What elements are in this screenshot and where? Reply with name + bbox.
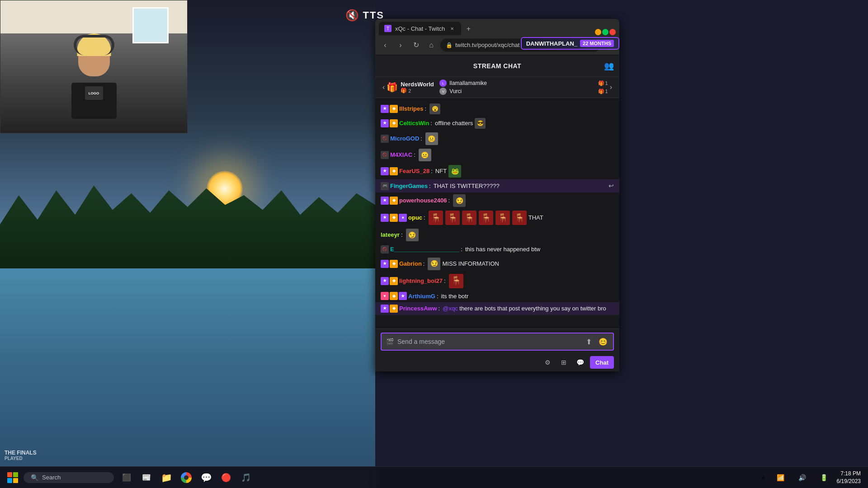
gift-main-count: 🎁 2 [401, 88, 437, 94]
gift-entry-2: V Vurci 🎁 1 [439, 88, 608, 95]
username-3[interactable]: MicroGOD [390, 134, 419, 143]
win-icon-yellow [13, 478, 18, 483]
icon-red[interactable]: 🔴 [217, 469, 235, 487]
username-1[interactable]: Illstripes [399, 104, 423, 113]
spotify-icon[interactable]: 🎵 [237, 469, 255, 487]
sub-badge: ★ [381, 277, 389, 285]
username-5[interactable]: FearUS_28 [399, 167, 429, 176]
taskview-button[interactable]: ⬛ [118, 469, 136, 487]
taskbar-clock[interactable]: 7:18 PM 6/19/2023 [837, 470, 861, 485]
tab-close-button[interactable]: ✕ [448, 25, 456, 32]
emote-8a: 🪑 [429, 211, 443, 225]
chat-messages-area[interactable]: ★ ◆ Illstripes : 😮 ★ ◆ CelticsWin : [375, 98, 619, 328]
emote-8c: 🪑 [462, 211, 476, 225]
maximize-button[interactable] [602, 29, 609, 35]
gift-banner: ‹ 🎁 NerdsWorld 🎁 2 L llamallamamike 🎁 1 [375, 77, 619, 98]
gift-count-2: 🎁 1 [598, 89, 608, 94]
start-button[interactable] [4, 469, 22, 487]
minimize-button[interactable] [595, 29, 601, 35]
chat-message: ★ ◆ Gabrion : 😏 MISS INFORMATION [375, 256, 619, 272]
username-2[interactable]: CelticsWin [399, 119, 429, 128]
chat-input-box[interactable]: 🎬 Send a message ⬆ 😊 [381, 333, 614, 351]
username-6[interactable]: FingerGames [390, 182, 428, 191]
gift-entry-1: L llamallamamike 🎁 1 [439, 80, 608, 87]
forward-button[interactable]: › [394, 39, 407, 52]
input-right-controls: ⬆ 😊 [583, 336, 609, 347]
chevron-up-icon[interactable]: ∧ [759, 473, 768, 482]
discord-icon[interactable]: 💬 [197, 469, 215, 487]
emote-8d: 🪑 [479, 211, 493, 225]
bits-badge: ◆ [390, 277, 398, 285]
reply-icon[interactable]: ↩ [609, 181, 614, 191]
sub-badge: ★ [381, 119, 389, 127]
taskbar-search[interactable]: 🔍 Search [24, 472, 114, 483]
taskbar: 🔍 Search ⬛ 📰 📁 💬 🔴 🎵 ∧ 📶 🔊 🔋 7:18 PM 6/1… [0, 466, 868, 488]
ban-badge: 🚫 [381, 135, 389, 143]
file-explorer-icon[interactable]: 📁 [157, 469, 175, 487]
chat-icon[interactable]: 💬 [574, 356, 586, 369]
emote-12: 🪑 [449, 274, 463, 288]
emoji-icon[interactable]: 😊 [598, 336, 609, 347]
game-overlay: THE FINALS PLAYED [5, 450, 37, 461]
msg-text-14: @xqc there are bots that post everything… [443, 304, 606, 313]
refresh-button[interactable]: ↻ [410, 39, 422, 52]
chat-header: ya ya ya ya ya ya STREAM CHAT 👥 [375, 55, 619, 77]
settings-icon[interactable]: ⚙ [541, 356, 554, 369]
widgets-button[interactable]: 📰 [137, 469, 156, 487]
username-13[interactable]: ArthiumG [408, 292, 435, 301]
upload-icon[interactable]: ⬆ [583, 336, 594, 347]
badges-6: 🎮 [381, 182, 389, 190]
tab-title: xQc - Chat - Twitch [395, 25, 445, 32]
username-8[interactable]: opuc [408, 213, 422, 222]
window-controls [595, 29, 616, 35]
emote-1: 😮 [429, 103, 440, 114]
msg-text-8: THAT [528, 213, 543, 222]
back-button[interactable]: ‹ [379, 39, 392, 52]
battery-icon[interactable]: 🔋 [815, 469, 833, 487]
username-4[interactable]: M4XIAC [390, 150, 412, 160]
emote-3: 😐 [425, 132, 438, 145]
volume-icon[interactable]: 🔊 [793, 469, 811, 487]
network-icon[interactable]: 📶 [772, 469, 790, 487]
bits-badge: ◆ [390, 305, 398, 313]
username-14[interactable]: PrincessAww [399, 304, 437, 313]
search-icon: 🔍 [31, 474, 38, 481]
bits-badge: ◆ [390, 260, 398, 268]
chat-message: 🚫 M4XIAC : 😐 [375, 147, 619, 163]
camera-icon: 🎬 [386, 338, 394, 345]
gift-count-1: 🎁 1 [598, 80, 608, 86]
message-input-placeholder[interactable]: Send a message [397, 338, 580, 345]
send-button[interactable]: Chat [590, 356, 614, 369]
emote-9: 😏 [406, 229, 419, 241]
chrome-tab-bar: T xQc - Chat - Twitch ✕ + [375, 19, 619, 35]
layout-icon[interactable]: ⊞ [557, 356, 570, 369]
chat-message-highlighted: 🎮 FingerGames : THAT IS TWITTER????? ↩ [375, 179, 619, 192]
active-tab[interactable]: T xQc - Chat - Twitch ✕ [379, 22, 461, 35]
chat-message: ★ ◆ Illstripes : 😮 [375, 102, 619, 116]
chat-message: 🚫 E____________________ : this has never… [375, 243, 619, 256]
subscriber-popup: DANWITHAPLAN_ 22 MONTHS [521, 37, 619, 50]
badges-2: ★ ◆ [381, 119, 398, 127]
gift-nav-next[interactable]: › [608, 81, 614, 93]
time-display: 7:18 PM [837, 470, 861, 478]
badges-14: ★ ◆ [381, 305, 398, 313]
home-button[interactable]: ⌂ [425, 39, 438, 52]
username-11[interactable]: Gabrion [399, 259, 422, 268]
username-12[interactable]: lightning_boi27 [399, 277, 443, 286]
new-tab-button[interactable]: + [462, 23, 475, 35]
gift-avatar-2: V [439, 88, 447, 95]
username-7[interactable]: powerhouse2406 [399, 196, 447, 205]
gift-nav-prev[interactable]: ‹ [381, 81, 387, 93]
chrome-taskbar-icon[interactable] [177, 469, 195, 487]
sub-badge: ★ [381, 260, 389, 268]
heart-badge: ♥ [381, 292, 389, 300]
badges-8: ★ ◆ ★ [381, 214, 407, 222]
emote-5: 🐸 [448, 165, 461, 178]
username-9[interactable]: lateeyr [381, 230, 400, 239]
msg-text-11: MISS INFORMATION [442, 259, 499, 268]
close-button[interactable] [609, 29, 616, 35]
users-icon[interactable]: 👥 [604, 61, 614, 71]
username-10[interactable]: E____________________ [390, 245, 459, 254]
mention-xqc[interactable]: @xqc [443, 305, 458, 312]
taskbar-app-icons: ⬛ 📰 📁 💬 🔴 🎵 [118, 469, 255, 487]
